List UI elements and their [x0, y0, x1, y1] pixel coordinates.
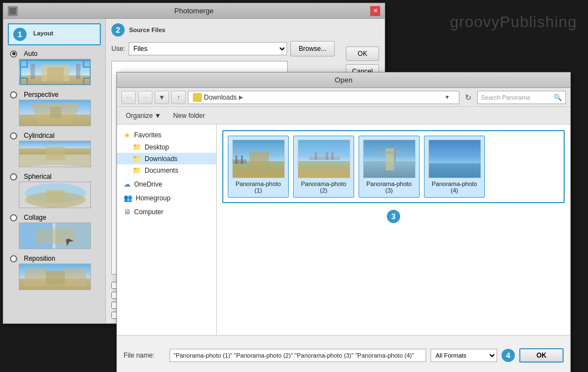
files-dropdown[interactable]: Files: [129, 42, 287, 55]
cylindrical-thumb: [19, 141, 91, 167]
address-bar[interactable]: Downloads ▶ ▼: [188, 91, 459, 104]
file-item-2[interactable]: Panorama-photo(2): [293, 136, 354, 198]
svg-rect-3: [47, 68, 64, 81]
desktop-item[interactable]: 📁 Desktop: [117, 141, 216, 153]
svg-rect-24: [25, 268, 47, 286]
svg-rect-4: [30, 64, 35, 79]
nav-bar: ← → ▼ ↑ Downloads ▶ ▼ ↻ Search Panorama …: [117, 88, 570, 107]
svg-rect-5: [76, 64, 80, 79]
svg-rect-31: [241, 156, 243, 164]
dropdown-button[interactable]: ▼: [155, 91, 169, 104]
files-grid: Panorama-photo(1): [222, 130, 565, 203]
radio-cylindrical[interactable]: [10, 132, 17, 140]
badge-3-area: 3: [222, 210, 565, 223]
layout-item-auto[interactable]: Auto: [8, 49, 101, 59]
layout-reposition-label: Reposition: [24, 255, 55, 262]
computer-icon: 🖥: [124, 208, 131, 216]
layout-section-header: 1 Layout: [8, 23, 101, 45]
layout-item-reposition[interactable]: Reposition: [8, 254, 101, 264]
computer-section: 🖥 Computer: [117, 206, 216, 218]
address-dropdown-button[interactable]: ▼: [440, 91, 454, 104]
radio-reposition[interactable]: [10, 255, 17, 262]
badge-1: 1: [13, 28, 27, 41]
svg-rect-42: [429, 163, 481, 178]
favorites-item[interactable]: ★ Favorites: [117, 129, 216, 141]
layout-item-spherical[interactable]: Spherical: [8, 172, 101, 182]
homegroup-label: Homegroup: [136, 194, 171, 202]
organize-button[interactable]: Organize ▼: [122, 110, 165, 121]
file-name-2: Panorama-photo(2): [301, 180, 346, 194]
organize-chevron-icon: ▼: [155, 112, 161, 120]
refresh-button[interactable]: ↻: [462, 91, 475, 104]
search-icon: 🔍: [554, 94, 562, 101]
filename-row: File name: All Formats 4 OK: [124, 348, 564, 363]
dialog-titlebar: Photomerge ✕: [3, 3, 385, 19]
onedrive-label: OneDrive: [134, 180, 162, 188]
computer-item[interactable]: 🖥 Computer: [117, 206, 216, 218]
file-thumb-1: [232, 140, 285, 178]
layout-collage-label: Collage: [24, 214, 47, 221]
brand-text: groovyPublishing: [450, 13, 577, 31]
layout-entry-reposition: Reposition: [8, 254, 101, 290]
open-bottom: File name: All Formats 4 OK: [117, 335, 570, 372]
browse-button[interactable]: Browse...: [290, 41, 335, 56]
svg-rect-28: [249, 151, 269, 167]
up-button[interactable]: ↑: [171, 91, 186, 104]
badge-3: 3: [387, 210, 400, 223]
dialog-title: Photomerge: [18, 7, 370, 15]
documents-item[interactable]: 📁 Documents: [117, 164, 216, 176]
dialog-icon: [8, 6, 18, 16]
layout-label: Layout: [33, 30, 53, 37]
file-thumb-4: [428, 140, 481, 178]
svg-rect-33: [309, 157, 340, 160]
downloads-folder-icon: 📁: [132, 154, 141, 163]
svg-rect-13: [50, 107, 61, 118]
filename-input[interactable]: [170, 349, 426, 362]
file-item-3[interactable]: Panorama-photo(3): [359, 136, 420, 198]
open-titlebar: Open: [117, 73, 570, 88]
reposition-thumb: [19, 264, 91, 290]
homegroup-item[interactable]: 👥 Homegroup: [117, 192, 216, 204]
onedrive-section: ☁ OneDrive: [117, 178, 216, 190]
layout-entry-auto: Auto: [8, 49, 101, 85]
svg-rect-36: [331, 152, 334, 160]
onedrive-item[interactable]: ☁ OneDrive: [117, 178, 216, 190]
open-content: ★ Favorites 📁 Desktop 📁 Downloads 📁 Docu…: [117, 125, 570, 335]
layout-spherical-label: Spherical: [24, 173, 52, 180]
layout-item-collage[interactable]: Collage: [8, 213, 101, 223]
filetype-dropdown[interactable]: All Formats: [431, 349, 497, 362]
files-area: Panorama-photo(1): [217, 125, 570, 335]
forward-button[interactable]: →: [138, 91, 152, 104]
open-title: Open: [122, 76, 565, 84]
svg-rect-39: [377, 151, 402, 154]
back-button[interactable]: ←: [121, 91, 136, 104]
layout-panel: 1 Layout Auto: [3, 19, 106, 323]
radio-spherical[interactable]: [10, 173, 17, 180]
ok-button[interactable]: OK: [346, 46, 379, 61]
layout-item-perspective[interactable]: Perspective: [8, 90, 101, 100]
radio-auto[interactable]: [10, 50, 17, 58]
layout-items-list: Auto: [8, 49, 101, 290]
new-folder-button[interactable]: New folder: [170, 110, 208, 121]
brand-area: groovyPublishing: [377, 0, 588, 44]
perspective-thumb: [19, 100, 91, 126]
layout-entry-collage: Collage: [8, 213, 101, 249]
svg-rect-25: [64, 268, 86, 286]
address-text: Downloads: [204, 94, 237, 101]
file-item-1[interactable]: Panorama-photo(1): [228, 136, 289, 198]
downloads-item[interactable]: 📁 Downloads: [117, 153, 216, 164]
file-thumb-2: [298, 140, 350, 178]
radio-collage[interactable]: [10, 214, 17, 221]
layout-item-cylindrical[interactable]: Cylindrical: [8, 131, 101, 141]
radio-perspective[interactable]: [10, 91, 17, 99]
photomerge-close-button[interactable]: ✕: [370, 6, 380, 16]
open-ok-button[interactable]: OK: [519, 348, 564, 363]
auto-thumb: [19, 59, 91, 85]
homegroup-section: 👥 Homegroup: [117, 192, 216, 204]
search-box[interactable]: Search Panorama 🔍: [477, 91, 566, 104]
layout-perspective-label: Perspective: [24, 91, 59, 99]
desktop-label: Desktop: [145, 143, 169, 151]
spherical-thumb: [19, 182, 91, 208]
file-item-4[interactable]: Panorama-photo(4): [424, 136, 485, 198]
file-name-4: Panorama-photo(4): [432, 180, 477, 194]
